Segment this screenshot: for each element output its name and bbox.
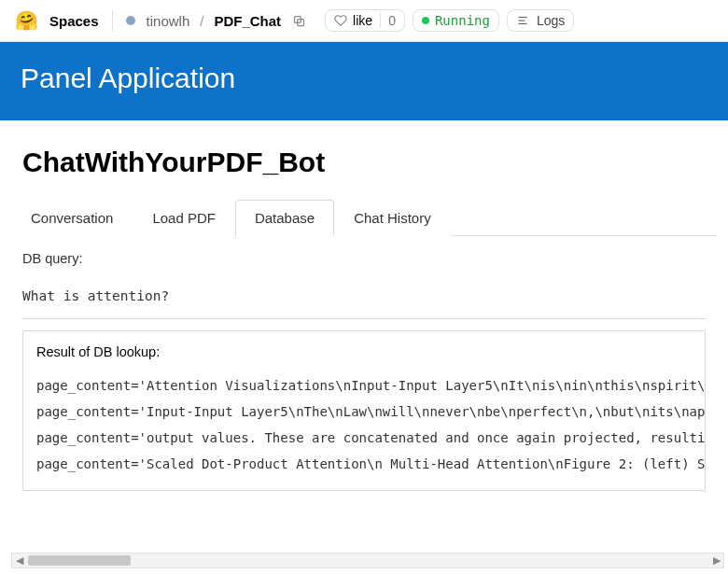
scroll-thumb[interactable] <box>28 555 131 566</box>
db-result-box: Result of DB lookup: page_content='Atten… <box>22 330 706 491</box>
logs-icon <box>516 14 529 27</box>
scroll-track[interactable] <box>26 553 709 567</box>
db-query-value: What is attention? <box>22 288 706 303</box>
top-bar: 🤗 Spaces tinowlh / PDF_Chat like 0 Runni… <box>0 0 728 42</box>
divider <box>112 10 113 31</box>
tab-conversation[interactable]: Conversation <box>11 200 133 236</box>
status-text: Running <box>435 13 490 28</box>
db-result-title: Result of DB lookup: <box>36 344 692 359</box>
like-button[interactable]: like 0 <box>325 9 405 32</box>
tab-database[interactable]: Database <box>235 200 334 236</box>
status-pill[interactable]: Running <box>413 9 499 32</box>
separator <box>22 318 706 319</box>
banner-title: Panel Application <box>21 63 707 94</box>
logs-button[interactable]: Logs <box>507 9 574 32</box>
logs-label: Logs <box>537 13 565 28</box>
heart-icon <box>334 14 347 27</box>
like-count: 0 <box>380 13 396 28</box>
main-content: ChatWithYourPDF_Bot Conversation Load PD… <box>0 147 728 491</box>
path-separator: / <box>200 13 203 29</box>
author-link[interactable]: tinowlh <box>147 13 190 29</box>
db-result-line: page_content='Scaled Dot-Product Attenti… <box>36 456 692 471</box>
page-title: ChatWithYourPDF_Bot <box>22 147 717 178</box>
like-label: like <box>353 13 372 28</box>
horizontal-scrollbar[interactable]: ◀ ▶ <box>11 553 724 568</box>
db-query-label: DB query: <box>22 251 706 266</box>
database-panel: DB query: What is attention? Result of D… <box>11 236 717 491</box>
spaces-brand[interactable]: Spaces <box>49 13 99 29</box>
status-dot-icon <box>422 17 429 24</box>
tabs: Conversation Load PDF Database Chat Hist… <box>11 199 717 236</box>
app-banner: Panel Application <box>0 42 728 120</box>
scroll-left-arrow-icon[interactable]: ◀ <box>12 554 26 567</box>
copy-icon[interactable] <box>292 14 306 28</box>
hf-logo-icon: 🤗 <box>15 9 38 32</box>
author-avatar-icon <box>126 16 135 25</box>
tab-load-pdf[interactable]: Load PDF <box>133 200 235 236</box>
tab-chat-history[interactable]: Chat History <box>334 200 451 236</box>
db-result-line: page_content='Attention Visualizations\n… <box>36 378 692 393</box>
db-result-line: page_content='Input-Input Layer5\nThe\nL… <box>36 404 692 419</box>
space-name[interactable]: PDF_Chat <box>214 13 281 29</box>
scroll-right-arrow-icon[interactable]: ▶ <box>709 554 723 567</box>
db-result-line: page_content='output values. These are c… <box>36 430 692 445</box>
